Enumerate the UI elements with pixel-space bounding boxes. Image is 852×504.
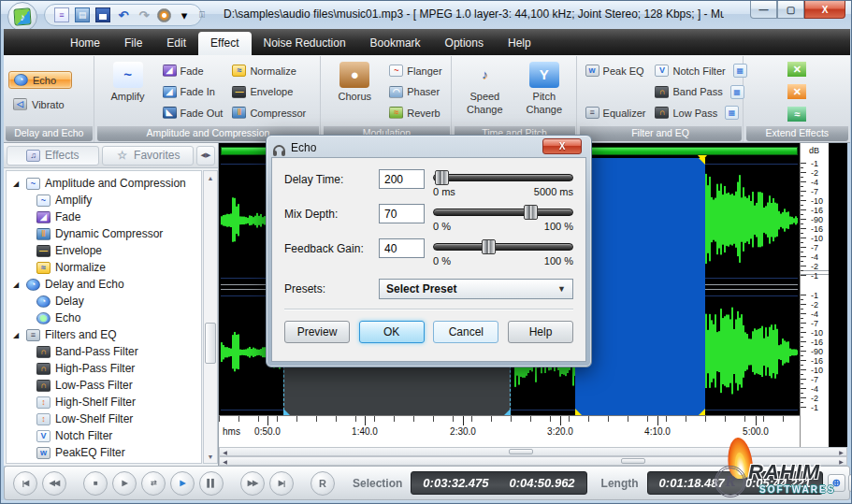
scroll-left-icon[interactable]: ◀ <box>220 457 230 465</box>
tree-item-filters-and-eq[interactable]: ◢≡Filters and EQ <box>7 326 201 343</box>
play-selection-button[interactable]: ▶ <box>170 471 195 496</box>
tree-item-delay-and-echo[interactable]: ◢◔Delay and Echo <box>7 276 201 293</box>
new-file-icon[interactable]: ≡ <box>54 7 69 22</box>
h-scrollbar-2[interactable]: ◀▶ <box>219 456 847 466</box>
slider-thumb[interactable] <box>482 239 496 254</box>
chorus-button[interactable]: ●Chorus <box>326 58 383 125</box>
mix-depth-slider[interactable] <box>433 209 573 216</box>
slider-thumb[interactable] <box>524 205 538 220</box>
tree-item-notch-filter[interactable]: VNotch Filter <box>7 427 201 444</box>
scroll-right-icon[interactable]: ▶ <box>836 457 846 465</box>
tree-item-fade[interactable]: ◢Fade <box>7 209 201 225</box>
equalizer-button[interactable]: ≡Equalizer <box>583 104 649 122</box>
mix-depth-input[interactable] <box>379 204 425 223</box>
tab-effects[interactable]: ♫ Effects <box>7 146 99 166</box>
feedback-gain-slider[interactable] <box>433 243 573 251</box>
redo-icon[interactable]: ↷ <box>137 7 152 22</box>
db-ruler[interactable]: dB -1-2-4-7-10-16-90-16-10-7-4-2-1-1-2-4… <box>800 143 829 447</box>
scroll-up-icon[interactable]: ▲ <box>204 171 217 184</box>
amplify-button[interactable]: ~Amplify <box>100 58 156 125</box>
compressor-button[interactable]: ‖Compressor <box>229 104 309 122</box>
tree-item-low-shelf-filter[interactable]: ↕Low-Shelf Filter <box>7 410 201 427</box>
zoom-in-button[interactable]: ⊕ <box>828 474 845 492</box>
burn-disc-icon[interactable] <box>157 8 171 22</box>
tree-item-high-shelf-filter[interactable]: ↕High-Shelf Filter <box>7 394 201 410</box>
h-scrollbar-1[interactable]: ◀▶ <box>219 447 847 456</box>
extend-effect-2-icon[interactable]: ✕ <box>787 84 806 99</box>
fade-out-button[interactable]: ◣Fade Out <box>160 104 226 122</box>
selection-region[interactable] <box>575 158 705 415</box>
tree-scroll-thumb[interactable] <box>205 323 216 364</box>
save-icon[interactable] <box>95 7 110 22</box>
tree-item-dynamic-compressor[interactable]: ‖Dynamic Compressor <box>7 225 201 242</box>
echo-button[interactable]: ◔Echo <box>8 71 72 89</box>
presets-dropdown[interactable]: Select Preset ▼ <box>379 279 573 299</box>
tree-item-amplitude-and-compression[interactable]: ◢~Amplitude and Compression <box>7 175 201 192</box>
help-button[interactable]: Help <box>508 321 573 343</box>
tree-item-low-pass-filter[interactable]: ∩Low-Pass Filter <box>7 377 201 394</box>
menu-tab-edit[interactable]: Edit <box>154 32 198 55</box>
minimize-button[interactable]: — <box>750 1 777 19</box>
sidebar-collapse-button[interactable]: ◀▶ <box>196 146 215 166</box>
extend-effect-1-icon[interactable]: ✕ <box>787 62 806 77</box>
zoom-out-button[interactable]: ⊖ <box>848 474 852 492</box>
menu-tab-noise-reduction[interactable]: Noise Reduction <box>252 32 358 55</box>
tree-item-delay[interactable]: ◔Delay <box>7 293 201 310</box>
vibrato-button[interactable]: ◁Vibrato <box>8 96 72 112</box>
tree-scrollbar[interactable]: ▲ ▼ <box>203 170 218 464</box>
tree-item-echo[interactable]: ◉Echo <box>7 310 201 326</box>
speed-change-button[interactable]: ♪Speed Change <box>457 58 513 125</box>
scroll-left-icon[interactable]: ◀ <box>220 448 230 455</box>
tree-item-normalize[interactable]: ≈Normalize <box>7 259 201 276</box>
menu-tab-effect[interactable]: Effect <box>198 32 251 55</box>
close-button[interactable]: X <box>804 1 845 19</box>
scroll-thumb[interactable] <box>509 449 533 454</box>
go-to-end-button[interactable]: ▶| <box>269 471 294 496</box>
go-to-start-button[interactable]: |◀ <box>13 471 37 496</box>
stop-button[interactable]: ■ <box>83 471 108 496</box>
dialog-title-bar[interactable]: Echo <box>271 138 586 157</box>
tab-favorites[interactable]: ☆ Favorites <box>102 146 195 166</box>
open-file-icon[interactable]: ▤ <box>75 7 90 22</box>
tree-item-high-pass-filter[interactable]: ∩High-Pass Filter <box>7 360 201 377</box>
reverb-button[interactable]: ≈Reverb <box>386 104 444 122</box>
expand-arrow-icon[interactable]: ◢ <box>13 180 22 188</box>
tree-item-amplify[interactable]: ~Amplify <box>7 192 201 209</box>
maximize-button[interactable]: ▢ <box>777 1 804 19</box>
expand-arrow-icon[interactable]: ◢ <box>13 331 22 339</box>
tree-item-envelope[interactable]: —Envelope <box>7 242 201 259</box>
app-logo-icon[interactable]: ♪ <box>7 2 37 32</box>
tree-item-peakeq-filter[interactable]: wPeakEQ Filter <box>7 444 201 461</box>
menu-tab-help[interactable]: Help <box>496 32 543 55</box>
tree-item-partial[interactable]: w <box>7 461 201 464</box>
envelope-button[interactable]: —Envelope <box>229 83 309 101</box>
extend-effect-3-icon[interactable]: ≈ <box>787 107 806 122</box>
band-pass-extra-button[interactable]: ▦ <box>730 85 744 99</box>
record-button[interactable]: R <box>310 471 335 496</box>
notch-filter-button[interactable]: VNotch Filter▦ <box>652 62 749 79</box>
expand-arrow-icon[interactable]: ◢ <box>13 281 22 289</box>
menu-tab-options[interactable]: Options <box>433 32 496 55</box>
slider-thumb[interactable] <box>435 170 449 185</box>
qat-dropdown-icon[interactable]: ▾ <box>177 7 192 22</box>
flanger-button[interactable]: ~Flanger <box>386 62 444 79</box>
scroll-thumb[interactable] <box>621 458 645 464</box>
time-ruler[interactable]: hms 0:50.01:40.02:30.03:20.04:10.05:00.0 <box>219 415 800 447</box>
fast-forward-button[interactable]: ▶▶ <box>240 471 265 496</box>
preview-button[interactable]: Preview <box>284 321 350 343</box>
loop-playback-button[interactable]: ⇄ <box>141 471 166 496</box>
undo-icon[interactable]: ↶ <box>116 7 131 22</box>
rewind-button[interactable]: ◀◀ <box>42 471 66 496</box>
delay-time-slider[interactable] <box>433 174 573 181</box>
ok-button[interactable]: OK <box>359 321 425 343</box>
fade-button[interactable]: ◢Fade <box>160 62 226 79</box>
scroll-down-icon[interactable]: ▼ <box>204 450 217 463</box>
play-button[interactable]: ▶ <box>112 471 137 496</box>
low-pass-button[interactable]: ∩Low Pass▦ <box>652 104 749 122</box>
fade-in-button[interactable]: ◢Fade In <box>160 83 226 101</box>
menu-tab-bookmark[interactable]: Bookmark <box>358 32 433 55</box>
pause-button[interactable]: ▌▌ <box>199 471 224 496</box>
cancel-button[interactable]: Cancel <box>433 321 498 343</box>
dialog-close-button[interactable]: X <box>542 138 582 154</box>
menu-tab-file[interactable]: File <box>112 32 154 55</box>
